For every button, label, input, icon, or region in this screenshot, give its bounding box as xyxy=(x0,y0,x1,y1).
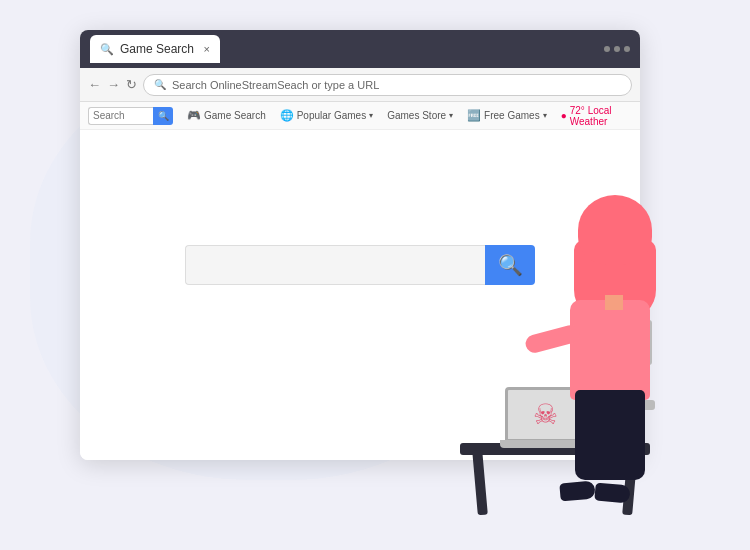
browser-titlebar: 🔍 Game Search × xyxy=(80,30,640,68)
weather-dot-icon: ● xyxy=(561,110,567,121)
person-neck xyxy=(605,295,623,310)
address-bar[interactable]: 🔍 Search OnlineStreamSeach or type a URL xyxy=(143,74,632,96)
main-search-input[interactable] xyxy=(185,245,485,285)
browser-window-controls xyxy=(604,46,630,52)
address-bar-text: Search OnlineStreamSeach or type a URL xyxy=(172,79,379,91)
free-games-icon: 🆓 xyxy=(467,109,481,122)
free-games-chevron: ▾ xyxy=(543,111,547,120)
popular-games-chevron: ▾ xyxy=(369,111,373,120)
forward-button[interactable]: → xyxy=(107,77,120,92)
dot-3 xyxy=(624,46,630,52)
person-shoe-left xyxy=(559,481,595,502)
skull-crossbones-icon: ☠ xyxy=(533,398,558,431)
back-button[interactable]: ← xyxy=(88,77,101,92)
browser-navbar: ← → ↻ 🔍 Search OnlineStreamSeach or type… xyxy=(80,68,640,102)
browser-tab[interactable]: 🔍 Game Search × xyxy=(90,35,220,63)
bookmark-popular-games[interactable]: 🌐 Popular Games ▾ xyxy=(280,109,373,122)
person-legs xyxy=(575,390,645,480)
address-search-icon: 🔍 xyxy=(154,79,166,90)
person-hijab xyxy=(578,195,652,265)
bookmark-popular-games-label: Popular Games xyxy=(297,110,366,121)
weather-label: 72° Local Weather xyxy=(570,105,632,127)
popular-games-icon: 🌐 xyxy=(280,109,294,122)
bookmark-games-store[interactable]: Games Store ▾ xyxy=(387,110,453,121)
bookmark-free-games-label: Free Games xyxy=(484,110,540,121)
bookmark-game-search-label: Game Search xyxy=(204,110,266,121)
person-body xyxy=(570,300,650,400)
bookmark-free-games[interactable]: 🆓 Free Games ▾ xyxy=(467,109,547,122)
games-store-chevron: ▾ xyxy=(449,111,453,120)
bookmark-games-store-label: Games Store xyxy=(387,110,446,121)
person-shoe-right xyxy=(594,483,630,504)
bookmark-game-search[interactable]: 🎮 Game Search xyxy=(187,109,266,122)
game-search-icon: 🎮 xyxy=(187,109,201,122)
dot-2 xyxy=(614,46,620,52)
browser-bookmarks-bar: 🔍 🎮 Game Search 🌐 Popular Games ▾ Games … xyxy=(80,102,640,130)
desk-leg-left xyxy=(472,450,488,516)
dot-1 xyxy=(604,46,610,52)
bookmark-search-button[interactable]: 🔍 xyxy=(153,107,173,125)
weather-widget: ● 72° Local Weather xyxy=(561,105,632,127)
tab-close-button[interactable]: × xyxy=(204,43,210,55)
bookmark-search-box[interactable]: 🔍 xyxy=(88,107,173,125)
tab-search-icon: 🔍 xyxy=(100,43,114,56)
tab-label: Game Search xyxy=(120,42,194,56)
person-illustration: ☠ xyxy=(450,190,670,510)
refresh-button[interactable]: ↻ xyxy=(126,77,137,92)
bookmark-search-input[interactable] xyxy=(88,107,153,125)
